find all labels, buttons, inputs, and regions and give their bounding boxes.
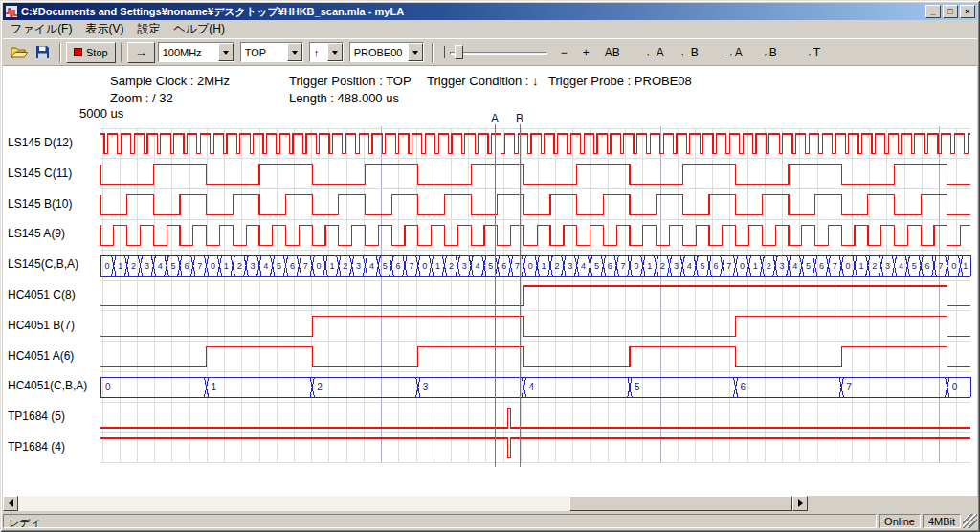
goto-b-left-button[interactable]: ←B [674,43,704,62]
stop-label: Stop [86,47,108,58]
minimize-button[interactable]: _ [925,5,941,18]
menubar: ファイル(F) 表示(V) 設定 ヘルプ(H) [3,20,977,38]
status-online: Online [879,514,921,528]
window-controls: _ □ × [925,5,975,18]
slider-thumb-handle[interactable] [455,45,463,59]
toolbar-separator [432,43,434,62]
trigger-edge-value: ↑ [310,43,327,61]
goto-b-right-button[interactable]: →B [752,43,783,62]
save-file-button[interactable] [31,42,55,63]
dropdown-arrow-icon[interactable] [287,43,302,61]
toolbar-separator [121,43,122,62]
scroll-right-button[interactable] [792,496,808,511]
menu-view[interactable]: 表示(V) [78,20,130,38]
statusbar: レディ Online 4MBit [3,513,977,529]
horizontal-scrollbar[interactable] [3,496,808,511]
window-title: C:¥Documents and Settings¥noname¥デスクトップ¥… [21,5,923,19]
ab-button[interactable]: AB [599,43,626,62]
waveform-area [3,66,977,496]
trigger-position-select[interactable]: TOP [240,42,303,62]
resize-grip[interactable] [963,514,977,528]
slider-tick [444,46,445,58]
zoom-out-button[interactable]: − [555,43,573,62]
menu-help[interactable]: ヘルプ(H) [167,20,232,38]
logic-analyzer-window: 0123456701234567012345670123456701234567… [0,0,980,532]
zoom-slider[interactable] [442,43,549,62]
scroll-left-button[interactable] [3,496,18,511]
titlebar: C:¥Documents and Settings¥noname¥デスクトップ¥… [3,3,977,20]
toolbar: Stop → 100MHz TOP ↑ PROBE00 − + AB ←A [3,38,977,66]
trigger-edge-select[interactable]: ↑ [309,42,344,62]
status-memory: 4MBit [923,514,961,528]
zoom-in-button[interactable]: + [577,43,595,62]
app-icon [5,5,18,18]
scrollbar-thumb[interactable] [569,496,792,511]
open-folder-icon [11,46,28,58]
goto-trigger-button[interactable]: →T [796,43,826,62]
maximize-button[interactable]: □ [943,5,958,18]
menu-file[interactable]: ファイル(F) [4,20,78,38]
save-floppy-icon [36,46,49,58]
scroll-left-arrow-icon [5,499,13,507]
dropdown-arrow-icon[interactable] [408,43,423,61]
menu-settings[interactable]: 設定 [130,20,167,38]
status-ready: レディ [3,514,877,528]
trigger-probe-value: PROBE00 [350,43,408,61]
clock-select[interactable]: 100MHz [158,42,234,62]
toolbar-separator [59,43,61,62]
open-file-button[interactable] [7,42,31,63]
goto-a-right-button[interactable]: →A [718,43,748,62]
slider-groove[interactable] [450,52,547,55]
dropdown-arrow-icon[interactable] [327,43,343,61]
stop-icon [74,48,82,56]
goto-a-left-button[interactable]: ←A [639,43,670,62]
trigger-position-value: TOP [241,43,287,61]
run-button[interactable]: → [127,42,155,63]
clock-value: 100MHz [159,43,218,61]
stop-button[interactable]: Stop [66,42,116,63]
scroll-right-arrow-icon [798,499,807,507]
close-button[interactable]: × [960,5,975,18]
dropdown-arrow-icon[interactable] [218,43,234,61]
trigger-probe-select[interactable]: PROBE00 [349,42,424,62]
